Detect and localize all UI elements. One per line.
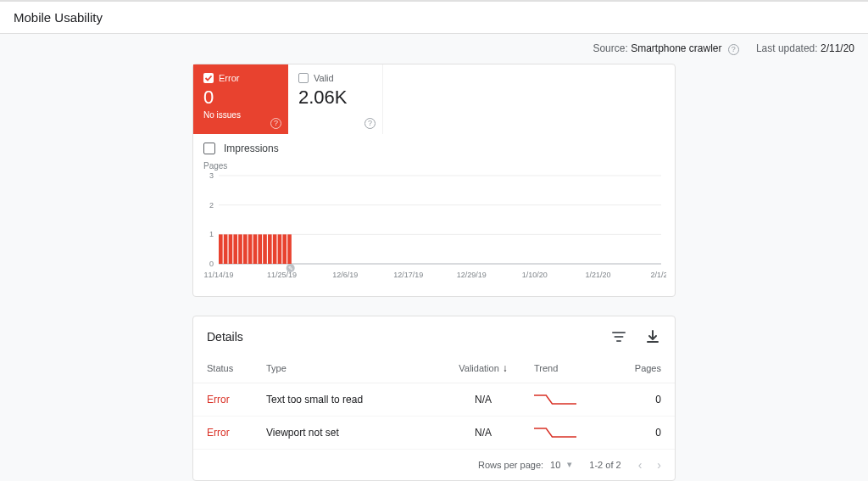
svg-rect-17: [258, 234, 262, 264]
source-value: Smartphone crawler: [631, 42, 721, 54]
status-card-error-value: 0: [203, 87, 278, 109]
chart-area: Pages 0123✎11/14/1911/25/1912/6/1912/17/…: [193, 158, 675, 296]
chart-ylabel: Pages: [203, 161, 665, 171]
updated-label: Last updated:: [756, 42, 818, 54]
svg-text:12/17/19: 12/17/19: [393, 271, 423, 279]
svg-text:0: 0: [209, 260, 214, 268]
svg-rect-23: [287, 234, 292, 264]
row-status: Error: [207, 394, 266, 405]
svg-text:1: 1: [209, 230, 214, 238]
table-row[interactable]: ErrorViewport not setN/A0: [193, 417, 675, 450]
svg-text:11/25/19: 11/25/19: [267, 271, 297, 279]
updated-value: 2/11/20: [821, 42, 854, 54]
svg-rect-20: [273, 234, 277, 264]
svg-rect-16: [253, 234, 258, 264]
status-card-error[interactable]: Error 0 No issues ?: [193, 64, 288, 134]
status-cards-row: Error 0 No issues ? Valid 2.06K ?: [193, 64, 675, 134]
col-pages-header[interactable]: Pages: [619, 363, 661, 373]
row-type: Text too small to read: [266, 394, 441, 405]
svg-rect-11: [229, 234, 233, 264]
source-info: Source: Smartphone crawler ?: [593, 42, 738, 55]
status-card-error-sub: No issues: [203, 110, 278, 120]
pages-chart: 0123✎11/14/1911/25/1912/6/1912/17/1912/2…: [203, 172, 666, 282]
row-trend: [526, 425, 619, 440]
prev-page-icon[interactable]: ‹: [638, 458, 643, 472]
row-pages: 0: [619, 394, 661, 405]
col-type-header[interactable]: Type: [266, 363, 441, 373]
sort-arrow-down-icon: ↓: [503, 362, 508, 374]
next-page-icon[interactable]: ›: [657, 458, 661, 472]
svg-text:1/21/20: 1/21/20: [585, 271, 610, 279]
row-pages: 0: [619, 427, 661, 439]
updated-info: Last updated: 2/11/20: [756, 42, 854, 54]
svg-rect-22: [282, 234, 287, 264]
details-card: Details Status Type Validation ↓ Trend P…: [192, 316, 676, 481]
svg-text:3: 3: [209, 172, 214, 180]
svg-rect-14: [243, 234, 248, 264]
table-footer: Rows per page: 10 ▾ 1-2 of 2 ‹ ›: [193, 450, 675, 480]
col-trend-header[interactable]: Trend: [526, 363, 619, 373]
impressions-label: Impressions: [224, 143, 279, 154]
page-title: Mobile Usability: [14, 10, 854, 25]
row-trend: [526, 392, 619, 407]
overview-card: Error 0 No issues ? Valid 2.06K ? Impres…: [192, 64, 676, 297]
svg-rect-19: [268, 234, 272, 264]
svg-rect-13: [238, 234, 242, 264]
col-status-header[interactable]: Status: [207, 363, 266, 373]
checkbox-checked-icon: [203, 73, 214, 83]
details-title: Details: [207, 330, 243, 344]
page-header: Mobile Usability: [0, 2, 868, 34]
svg-rect-12: [233, 234, 237, 264]
svg-rect-15: [248, 234, 253, 264]
checkbox-unchecked-icon: [203, 143, 215, 154]
status-card-valid-value: 2.06K: [298, 87, 372, 109]
table-row[interactable]: ErrorText too small to readN/A0: [193, 383, 675, 417]
svg-text:2: 2: [209, 200, 214, 209]
impressions-toggle[interactable]: Impressions: [193, 134, 675, 158]
status-card-valid[interactable]: Valid 2.06K ?: [288, 64, 383, 134]
pagination-range: 1-2 of 2: [589, 460, 620, 470]
svg-text:1/10/20: 1/10/20: [522, 271, 548, 279]
download-icon[interactable]: [644, 328, 661, 345]
svg-text:2/1/20: 2/1/20: [650, 271, 666, 279]
help-icon[interactable]: ?: [364, 118, 376, 129]
svg-rect-10: [224, 234, 228, 264]
svg-text:12/29/19: 12/29/19: [457, 271, 487, 279]
svg-rect-21: [278, 234, 282, 264]
checkbox-unchecked-icon: [298, 73, 309, 83]
source-label: Source:: [593, 42, 627, 54]
help-icon[interactable]: ?: [270, 118, 281, 129]
row-validation: N/A: [441, 394, 526, 405]
row-type: Viewport not set: [266, 427, 441, 439]
row-status: Error: [207, 427, 266, 439]
status-card-valid-label: Valid: [314, 73, 334, 83]
svg-text:12/6/19: 12/6/19: [332, 271, 358, 279]
help-icon[interactable]: ?: [728, 44, 739, 55]
status-card-error-label: Error: [219, 73, 239, 83]
svg-text:11/14/19: 11/14/19: [203, 271, 233, 279]
dropdown-icon[interactable]: ▾: [567, 459, 572, 470]
rows-per-page-label: Rows per page:: [478, 460, 543, 470]
col-validation-header[interactable]: Validation ↓: [441, 362, 526, 374]
svg-rect-18: [263, 234, 267, 264]
table-header: Status Type Validation ↓ Trend Pages: [193, 354, 675, 383]
rows-per-page-value[interactable]: 10: [550, 460, 560, 470]
svg-rect-9: [219, 234, 223, 264]
row-validation: N/A: [441, 427, 526, 439]
meta-row: Source: Smartphone crawler ? Last update…: [0, 34, 868, 64]
filter-icon[interactable]: [610, 328, 627, 345]
